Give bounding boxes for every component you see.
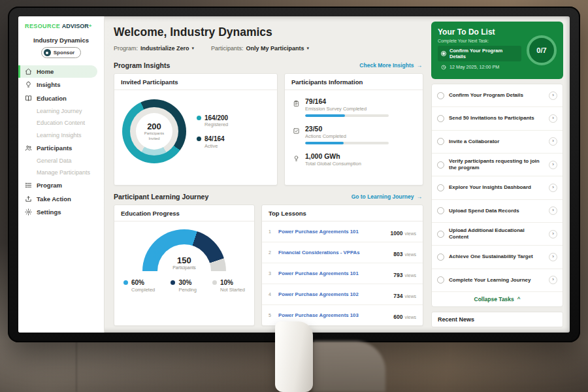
sidebar-item-label: Learning Insights [37, 132, 82, 139]
sidebar-item-participants[interactable]: Participants [18, 142, 104, 154]
lesson-row[interactable]: 4 Power Purchase Agreements 102 734views [262, 284, 423, 305]
learning-journey-section-header: Participant Learning Journey Go to Learn… [114, 193, 422, 201]
program-filter[interactable]: Program: Industrialize Zero ▾ [114, 45, 194, 52]
participants-filter-value: Only My Participants [246, 45, 304, 52]
sidebar-item-label: Manage Participants [37, 169, 90, 176]
task-checkbox[interactable] [437, 115, 444, 122]
task-row[interactable]: Explore Your Insights Dashboard › [432, 176, 563, 199]
lesson-rank: 5 [269, 313, 274, 318]
sidebar-item-label: Settings [37, 208, 61, 216]
todo-progress-ring: 0/7 [527, 35, 557, 65]
info-row-consumption: 1,000 GWh Total Global Consumption [293, 152, 415, 169]
logo-primary: RESOURCE [25, 23, 60, 29]
legend-value: 84/164 [204, 135, 225, 143]
todo-next-due: 12 May 2025, 12:00 PM [438, 64, 521, 70]
task-row[interactable]: Send 50 Invitations to Participants › [432, 107, 563, 130]
lesson-row[interactable]: 1 Power Purchase Agreements 101 1000view… [262, 221, 423, 242]
participants-filter[interactable]: Participants: Only My Participants ▾ [211, 45, 309, 52]
task-row[interactable]: Complete Your Learning Journey › [432, 269, 563, 292]
sidebar-item-education-content[interactable]: Education Content [18, 118, 104, 129]
lesson-views-label: views [404, 252, 416, 257]
sidebar-item-general-data[interactable]: General Data [18, 155, 104, 166]
logo-plus: + [89, 23, 92, 29]
legend-not-started: 10% Not Started [212, 279, 245, 293]
task-row[interactable]: Achieve One Sustainability Target › [432, 246, 563, 269]
progress-fill [305, 114, 345, 117]
sidebar-item-label: Program [37, 182, 62, 189]
lesson-row[interactable]: 3 Power Purchase Agreements 101 793views [262, 263, 423, 284]
sidebar-item-program[interactable]: Program [18, 179, 104, 191]
sidebar-item-insights[interactable]: Insights [18, 78, 104, 91]
chevron-right-icon[interactable]: › [549, 91, 557, 100]
task-row[interactable]: Upload Additional Educational Content › [432, 223, 563, 246]
insights-icon [25, 81, 32, 88]
education-progress-card: Education Progress 150 Participants 60% … [114, 204, 255, 326]
task-checkbox[interactable] [437, 138, 444, 145]
legend-value: 60% [131, 279, 155, 287]
sidebar-item-manage-participants[interactable]: Manage Participants [18, 167, 104, 178]
todo-panel: Your To Do List Complete Your Next Task:… [430, 16, 570, 333]
lesson-row[interactable]: 2 Financial Considerations - VPPAs 803vi… [262, 242, 423, 263]
task-checkbox[interactable] [437, 207, 444, 214]
sidebar-item-learning-insights[interactable]: Learning Insights [18, 129, 104, 140]
sidebar-item-label: Education [37, 95, 67, 102]
sidebar-item-take-action[interactable]: Take Action [18, 193, 104, 205]
task-row[interactable]: Confirm Your Program Details › [432, 84, 563, 107]
todo-next-task[interactable]: Confirm Your Program Details [438, 46, 521, 61]
recent-news-header[interactable]: Recent News [431, 312, 563, 327]
go-to-learning-journey-link[interactable]: Go to Learning Journey → [351, 193, 422, 200]
sidebar-item-home[interactable]: Home [18, 65, 97, 78]
sidebar-item-learning-journey[interactable]: Learning Journey [18, 105, 104, 116]
sidebar-item-label: Participants [37, 144, 72, 152]
sidebar-item-settings[interactable]: Settings [18, 206, 104, 218]
lesson-views: 793 [393, 272, 402, 278]
legend-label: Pending [178, 287, 197, 293]
lesson-title-link[interactable]: Power Purchase Agreements 103 [278, 312, 389, 318]
chevron-right-icon[interactable]: › [549, 253, 557, 261]
lesson-title-link[interactable]: Power Purchase Agreements 101 [278, 270, 389, 276]
chevron-right-icon[interactable]: › [549, 276, 557, 284]
lesson-rank: 3 [269, 271, 274, 276]
card-title: Top Lessons [262, 205, 423, 221]
card-title: Participants Information [285, 74, 423, 90]
sidebar-item-education[interactable]: Education [18, 92, 104, 105]
task-row[interactable]: Invite a Collaborator › [432, 131, 563, 154]
lesson-title-link[interactable]: Power Purchase Agreements 102 [278, 291, 389, 297]
chevron-right-icon[interactable]: › [549, 184, 557, 192]
task-checkbox[interactable] [437, 184, 444, 191]
chevron-down-icon: ▾ [307, 46, 310, 51]
sponsor-badge[interactable]: Sponsor [41, 47, 81, 58]
chevron-right-icon[interactable]: › [549, 114, 557, 123]
lesson-title-link[interactable]: Power Purchase Agreements 101 [278, 229, 387, 235]
chevron-right-icon[interactable]: › [549, 161, 557, 169]
chevron-right-icon[interactable]: › [549, 137, 557, 146]
progress-fill [305, 142, 344, 144]
gauge-label: Participants [142, 265, 226, 270]
legend-registered: 164/200 Registered [197, 114, 228, 128]
task-checkbox[interactable] [437, 161, 444, 169]
section-title: Participant Learning Journey [114, 193, 208, 201]
legend-value: 30% [178, 279, 197, 287]
collapse-tasks-button[interactable]: Collapse Tasks ^ [432, 292, 563, 306]
invited-total-label: Participants Invited [140, 131, 168, 141]
lesson-views-label: views [404, 294, 416, 299]
lesson-rank: 2 [269, 250, 274, 255]
task-checkbox[interactable] [437, 253, 444, 261]
card-title: Education Progress [114, 205, 254, 221]
logo-secondary: ADVISOR [62, 23, 89, 29]
task-row[interactable]: Verify participants requesting to join t… [432, 154, 563, 176]
home-icon [25, 68, 32, 75]
task-row[interactable]: Upload Spend Data Records › [432, 200, 563, 223]
settings-icon [25, 208, 32, 216]
chevron-right-icon[interactable]: › [549, 230, 557, 238]
chevron-right-icon[interactable]: › [549, 206, 557, 215]
program-icon [25, 182, 32, 189]
task-checkbox[interactable] [437, 276, 444, 284]
task-checkbox[interactable] [437, 231, 444, 238]
link-label: Go to Learning Journey [351, 193, 414, 200]
info-row-actions: 23/50 Actions Completed [293, 125, 415, 144]
task-label: Upload Additional Educational Content [449, 227, 544, 241]
task-checkbox[interactable] [437, 92, 444, 99]
check-more-insights-link[interactable]: Check More Insights → [359, 62, 422, 69]
lesson-title-link[interactable]: Financial Considerations - VPPAs [278, 250, 389, 255]
